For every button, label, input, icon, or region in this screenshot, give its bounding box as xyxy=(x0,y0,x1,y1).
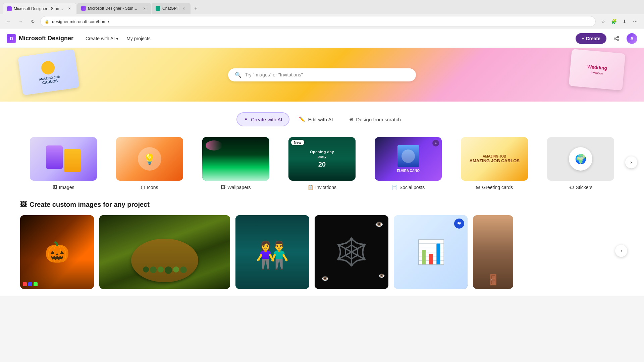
create-button[interactable]: + Create xyxy=(576,33,606,44)
images-next-arrow[interactable]: › xyxy=(615,245,627,257)
image-halloween[interactable]: 🎃 xyxy=(20,215,94,289)
category-thumb-greeting-cards: AMAZING JOB AMAZING JOB CARLOS xyxy=(461,137,528,181)
category-icon-invitations: 📋 xyxy=(308,185,313,190)
hero-left-decoration: AMAZING JOB CARLOS xyxy=(0,48,94,102)
image-couple[interactable]: 👫 xyxy=(235,215,309,289)
new-tab-button[interactable]: + xyxy=(191,4,201,13)
tab-favicon-3 xyxy=(156,6,160,11)
app-name: Microsoft Designer xyxy=(19,35,73,42)
browser-chrome: Microsoft Designer - Stunning... ✕ Micro… xyxy=(0,0,644,29)
app-header: D Microsoft Designer Create with AI ▾ My… xyxy=(0,29,644,48)
tab-title-3: ChatGPT xyxy=(162,6,179,11)
browser-settings-icon[interactable]: ⋯ xyxy=(631,17,640,26)
browser-extensions-icon[interactable]: 🧩 xyxy=(609,17,619,26)
image-chart[interactable]: 📊 ❤ xyxy=(394,215,468,289)
nav-create-ai-chevron: ▾ xyxy=(116,36,118,41)
custom-images-grid: 🎃 xyxy=(20,215,624,289)
favorites-icon[interactable]: ☆ xyxy=(598,17,608,26)
category-icon-icons: ⬡ xyxy=(141,185,145,190)
user-avatar[interactable]: A xyxy=(627,33,637,44)
create-ai-icon: ✦ xyxy=(244,116,248,122)
tab-favicon-2 xyxy=(81,6,86,11)
share-button[interactable] xyxy=(610,33,623,45)
tab-microsoft-designer-1[interactable]: Microsoft Designer - Stunning... ✕ xyxy=(3,3,76,14)
svg-point-1 xyxy=(614,38,616,39)
svg-line-4 xyxy=(615,37,617,38)
image-spider[interactable]: 🕸️ 👁️ 👁️ 👁️ xyxy=(315,215,388,289)
search-input[interactable] xyxy=(245,72,409,77)
category-icons[interactable]: 💡 ⬡ Icons xyxy=(106,137,193,190)
tab-title-1: Microsoft Designer - Stunning... xyxy=(14,6,65,11)
category-greeting-cards[interactable]: AMAZING JOB AMAZING JOB CARLOS ✉ Greetin… xyxy=(451,137,538,190)
categories-next-arrow[interactable]: › xyxy=(625,156,637,168)
logo-icon: D xyxy=(7,34,16,43)
address-bar[interactable]: 🔒 designer.microsoft.com/home xyxy=(40,16,596,27)
category-label-icons: ⬡ Icons xyxy=(141,185,158,190)
downloads-icon[interactable]: ⬇ xyxy=(620,17,629,26)
forward-button[interactable]: → xyxy=(16,17,25,26)
tab-edit-with-ai[interactable]: ✏️ Edit with AI xyxy=(292,112,339,126)
search-icon: 🔍 xyxy=(235,72,241,78)
category-invitations[interactable]: Opening day party 20 New 📋 Invitations xyxy=(279,137,365,190)
category-label-images: 🖼 Images xyxy=(52,185,74,190)
tab-chatgpt[interactable]: ChatGPT ✕ xyxy=(152,3,191,14)
tab-close-3[interactable]: ✕ xyxy=(181,6,186,11)
edit-ai-label: Edit with AI xyxy=(308,117,333,122)
category-icon-wallpapers: 🖼 xyxy=(221,185,225,190)
category-social-posts[interactable]: + ELVIRA CANO 📄 Social posts xyxy=(365,137,451,190)
hero-search-box[interactable]: 🔍 xyxy=(228,68,416,81)
main-content: ✦ Create with AI ✏️ Edit with AI ⊕ Desig… xyxy=(0,102,644,296)
category-stickers[interactable]: 🌍 🏷 Stickers xyxy=(538,137,624,190)
address-bar-row: ← → ↻ 🔒 designer.microsoft.com/home ☆ 🧩 … xyxy=(0,14,644,29)
address-text: designer.microsoft.com/home xyxy=(52,19,591,24)
section-icon: 🖼 xyxy=(20,201,27,208)
category-thumb-stickers: 🌍 xyxy=(547,137,614,181)
action-tabs: ✦ Create with AI ✏️ Edit with AI ⊕ Desig… xyxy=(0,112,644,126)
back-button[interactable]: ← xyxy=(4,17,13,26)
ssl-lock-icon: 🔒 xyxy=(45,19,49,24)
design-scratch-icon: ⊕ xyxy=(349,116,354,122)
create-ai-label: Create with AI xyxy=(251,117,282,122)
category-row: 🖼 Images 💡 ⬡ Icons xyxy=(0,137,644,190)
share-icon xyxy=(613,36,620,42)
hero-right-decoration: Wedding Invitation xyxy=(550,48,644,102)
category-thumb-icons: 💡 xyxy=(116,137,183,181)
nav-my-projects[interactable]: My projects xyxy=(122,33,155,44)
category-icon-stickers: 🏷 xyxy=(569,185,574,190)
image-olives[interactable] xyxy=(99,215,230,289)
category-thumb-wallpapers xyxy=(202,137,269,181)
new-badge: New xyxy=(291,140,304,145)
nav-create-ai-label: Create with AI xyxy=(86,36,115,41)
tab-close-2[interactable]: ✕ xyxy=(142,6,147,11)
category-label-stickers: 🏷 Stickers xyxy=(569,185,593,190)
app-logo[interactable]: D Microsoft Designer xyxy=(7,34,73,43)
svg-line-3 xyxy=(615,39,617,40)
category-label-wallpapers: 🖼 Wallpapers xyxy=(221,185,251,190)
stickers-thumbnail: 🌍 xyxy=(547,137,614,181)
tab-title-2: Microsoft Designer - Stunning... xyxy=(88,6,140,11)
hero-banner: AMAZING JOB CARLOS 🔍 Wedding Invitation xyxy=(0,48,644,102)
reload-button[interactable]: ↻ xyxy=(28,17,38,26)
category-label-social-posts: 📄 Social posts xyxy=(392,185,425,190)
category-thumb-social-posts: + ELVIRA CANO xyxy=(375,137,442,181)
category-wallpapers[interactable]: 🖼 Wallpapers xyxy=(193,137,279,190)
svg-point-2 xyxy=(617,40,619,41)
category-thumb-images xyxy=(30,137,97,181)
tab-microsoft-designer-2[interactable]: Microsoft Designer - Stunning... ✕ xyxy=(77,3,151,14)
nav-create-with-ai[interactable]: Create with AI ▾ xyxy=(82,33,122,44)
custom-images-section: 🖼 Create custom images for any project 🎃 xyxy=(0,190,644,289)
category-images[interactable]: 🖼 Images xyxy=(20,137,106,190)
wallpapers-thumbnail xyxy=(202,137,269,181)
tab-close-1[interactable]: ✕ xyxy=(67,6,72,11)
tab-design-from-scratch[interactable]: ⊕ Design from scratch xyxy=(342,112,408,126)
tab-create-with-ai[interactable]: ✦ Create with AI xyxy=(236,112,289,126)
greeting-cards-thumbnail: AMAZING JOB AMAZING JOB CARLOS xyxy=(461,137,528,181)
tab-bar: Microsoft Designer - Stunning... ✕ Micro… xyxy=(0,0,644,14)
edit-ai-icon: ✏️ xyxy=(299,116,305,122)
create-button-label: + Create xyxy=(582,36,600,41)
tab-favicon-1 xyxy=(7,6,12,11)
header-right: + Create A xyxy=(576,33,637,45)
nav-my-projects-label: My projects xyxy=(126,36,151,41)
category-label-invitations: 📋 Invitations xyxy=(308,185,336,190)
image-last-partial[interactable]: 🚪 xyxy=(473,215,513,289)
